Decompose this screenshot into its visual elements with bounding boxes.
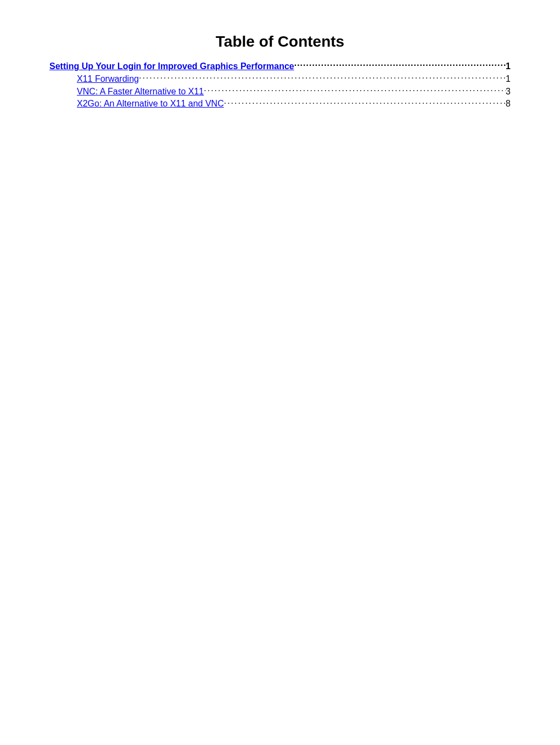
- toc-link-x11-forwarding[interactable]: X11 Forwarding: [77, 74, 139, 85]
- toc-container: Setting Up Your Login for Improved Graph…: [49, 60, 511, 110]
- toc-page-number: 3: [506, 86, 511, 98]
- toc-link-x2go[interactable]: X2Go: An Alternative to X11 and VNC: [77, 98, 224, 110]
- toc-entry: X11 Forwarding 1: [77, 73, 511, 85]
- toc-entry: X2Go: An Alternative to X11 and VNC 8: [77, 98, 511, 110]
- toc-dots: [294, 60, 506, 69]
- toc-dots: [224, 98, 506, 107]
- toc-page-number: 1: [506, 61, 511, 72]
- toc-dots: [204, 86, 506, 94]
- toc-page-number: 1: [506, 74, 511, 85]
- page-title: Table of Contents: [49, 33, 511, 51]
- toc-dots: [139, 73, 506, 82]
- toc-entry: VNC: A Faster Alternative to X11 3: [77, 86, 511, 98]
- toc-page-number: 8: [506, 98, 511, 110]
- toc-link-setting-up[interactable]: Setting Up Your Login for Improved Graph…: [49, 61, 294, 72]
- toc-link-vnc[interactable]: VNC: A Faster Alternative to X11: [77, 86, 204, 98]
- toc-entry: Setting Up Your Login for Improved Graph…: [49, 60, 511, 72]
